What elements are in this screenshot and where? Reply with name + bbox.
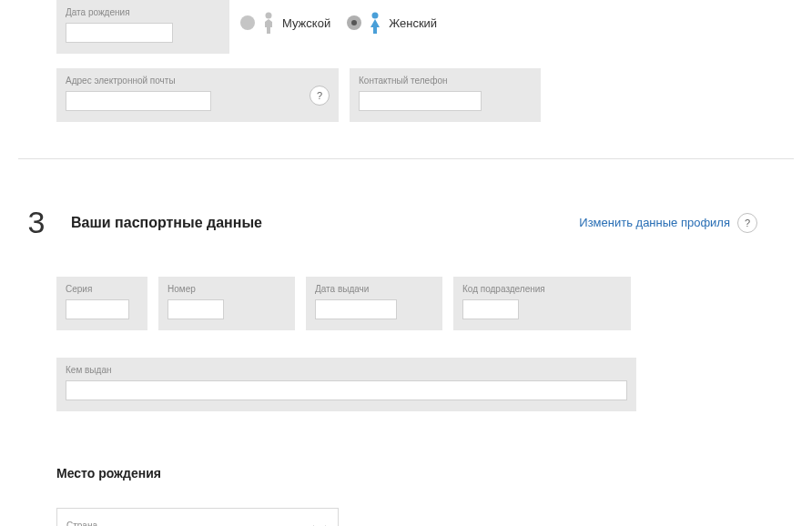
female-icon [367, 11, 383, 35]
change-profile-link[interactable]: Изменить данные профиля [579, 216, 730, 229]
dept-code-label: Код подразделения [462, 284, 622, 294]
phone-field: Контактный телефон [350, 68, 541, 122]
series-input[interactable] [66, 299, 129, 319]
number-field: Номер [158, 277, 295, 330]
dob-input[interactable] [66, 23, 173, 43]
birthplace-heading: Место рождения [56, 466, 812, 480]
issued-by-input[interactable] [66, 380, 627, 400]
phone-input[interactable] [359, 91, 482, 111]
radio-icon [240, 15, 255, 30]
gender-male-option[interactable]: Мужской [240, 11, 330, 35]
gender-male-label: Мужской [282, 16, 330, 30]
step-number: 3 [20, 205, 53, 240]
passport-section-header: 3 Ваши паспортные данные Изменить данные… [56, 205, 812, 240]
dob-label: Дата рождения [66, 7, 220, 17]
dob-field: Дата рождения [56, 0, 229, 54]
phone-label: Контактный телефон [359, 76, 532, 86]
issue-date-input[interactable] [315, 299, 397, 319]
passport-title: Ваши паспортные данные [71, 215, 262, 231]
issued-by-field: Кем выдан [56, 358, 636, 411]
dept-code-input[interactable] [462, 299, 519, 319]
email-group: Адрес электронной почты ? [56, 68, 339, 122]
email-field: Адрес электронной почты [56, 68, 300, 122]
divider [18, 158, 794, 159]
svg-point-0 [266, 13, 272, 19]
passport-help-button[interactable]: ? [737, 213, 757, 233]
series-field: Серия [56, 277, 147, 330]
email-help-button[interactable]: ? [310, 86, 330, 106]
series-label: Серия [66, 284, 138, 294]
issue-date-field: Дата выдачи [306, 277, 442, 330]
dept-code-field: Код подразделения [453, 277, 631, 330]
issued-by-label: Кем выдан [66, 365, 627, 375]
country-select[interactable]: Страна [56, 508, 339, 526]
gender-female-label: Женский [389, 16, 437, 30]
issue-date-label: Дата выдачи [315, 284, 433, 294]
gender-group: Мужской Женский [240, 0, 437, 35]
radio-icon [347, 15, 361, 30]
country-label: Страна [66, 521, 97, 526]
number-label: Номер [167, 284, 286, 294]
email-input[interactable] [66, 91, 211, 111]
svg-point-1 [372, 13, 379, 19]
email-label: Адрес электронной почты [66, 76, 291, 86]
number-input[interactable] [167, 299, 224, 319]
gender-female-option[interactable]: Женский [347, 11, 437, 35]
male-icon [260, 11, 277, 35]
